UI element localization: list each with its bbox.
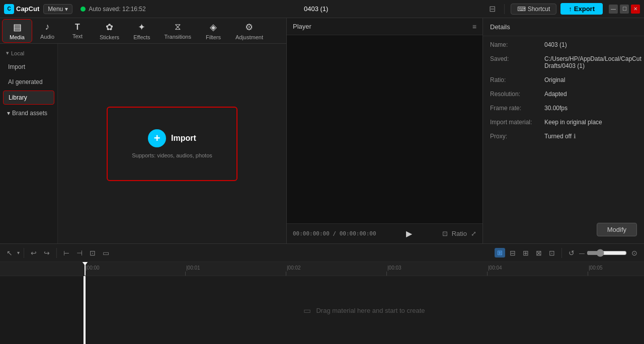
menu-label: Menu (48, 6, 63, 13)
tab-transitions[interactable]: ⧖ Transitions (157, 20, 198, 42)
details-title: Details (490, 23, 510, 31)
toolbar-right: ⊞ ⊟ ⊞ ⊠ ⊡ ↺ — ⊙ (495, 247, 640, 259)
media-sidebar: ▾ Local Import AI generated Library ▾ Br… (0, 44, 58, 243)
stickers-tab-icon: ✿ (106, 22, 113, 33)
undo-button[interactable]: ↩ (28, 247, 39, 259)
timeline-zoom-out[interactable]: ↺ (566, 247, 577, 259)
split-end-button[interactable]: ⊡ (87, 247, 98, 259)
timeline-content: ▭ Drag material here and start to create (85, 276, 644, 344)
drag-hint-icon: ▭ (303, 305, 311, 315)
saved-dot-icon (80, 7, 86, 12)
delete-button[interactable]: ▭ (100, 247, 112, 259)
menu-button[interactable]: Menu ▾ (43, 4, 72, 14)
tick-line-3 (386, 272, 387, 276)
timeline-settings[interactable]: ⊙ (629, 247, 640, 259)
tab-audio[interactable]: ♪ Audio (32, 20, 62, 42)
brand-chevron-icon: ▾ (7, 110, 10, 117)
auto-saved-text: Auto saved: 12:16:52 (89, 6, 145, 13)
tab-filters[interactable]: ◈ Filters (198, 20, 228, 42)
project-name: 0403 (1) (150, 5, 482, 13)
details-header: Details (483, 18, 644, 36)
tick-line-1 (185, 272, 186, 276)
drag-hint-text: Drag material here and start to create (316, 306, 425, 314)
select-dropdown-icon[interactable]: ▾ (17, 250, 20, 255)
tab-text[interactable]: T Text (62, 21, 93, 41)
timeline-tool-4[interactable]: ⊡ (546, 247, 557, 259)
tick-line-2 (286, 272, 286, 276)
player-title: Player (293, 23, 311, 30)
snap-button[interactable]: ⊞ (495, 248, 505, 257)
timeline-section: ↖ ▾ ↩ ↪ ⊢ ⊣ ⊡ ▭ ⊞ ⊟ ⊞ ⊠ ⊡ ↺ — ⊙ (0, 243, 644, 344)
redo-button[interactable]: ↪ (41, 247, 52, 259)
name-label: Name: (490, 41, 540, 48)
restore-button[interactable]: ☐ (620, 5, 629, 14)
ruler-label-5: |00:05 (589, 265, 603, 271)
minimize-button[interactable]: — (609, 5, 618, 14)
proxy-value: Turned off ℹ (544, 133, 637, 140)
window-controls: — ☐ ✕ (609, 5, 640, 14)
ruler-tick-4: |00:04 (487, 272, 488, 276)
media-panel: ▾ Local Import AI generated Library ▾ Br… (0, 44, 286, 243)
detail-resolution-row: Resolution: Adapted (490, 91, 637, 98)
saved-label: Saved: (490, 55, 540, 62)
timeline-tool-1[interactable]: ⊟ (507, 247, 518, 259)
audio-tab-icon: ♪ (45, 22, 50, 32)
tick-line-5 (588, 272, 588, 276)
proxy-value-text: Turned off (544, 133, 572, 140)
stickers-tab-label: Stickers (100, 34, 119, 40)
brand-assets-label: Brand assets (12, 110, 47, 117)
local-section-label: ▾ Local (3, 48, 54, 58)
toolbar-separator-3 (561, 248, 562, 258)
menu-arrow-icon: ▾ (65, 6, 68, 13)
player-panel: Player ≡ 00:00:00:00 / 00:00:00:00 ▶ ⊡ R… (287, 18, 483, 243)
player-menu-icon[interactable]: ≡ (472, 23, 476, 31)
export-label: Export (574, 5, 595, 13)
import-sidebar-button[interactable]: Import (3, 60, 54, 73)
monitor-button[interactable]: ⊟ (487, 3, 498, 15)
select-tool-button[interactable]: ↖ (4, 247, 15, 259)
text-tab-label: Text (72, 33, 83, 39)
proxy-label: Proxy: (490, 133, 540, 140)
import-box[interactable]: + Import Supports: videos, audios, photo… (107, 107, 237, 181)
timeline-ruler: |00:00 |00:01 |00:02 |00:03 |00:04 (0, 262, 644, 276)
shortcut-button[interactable]: ⌨ Shortcut (511, 4, 557, 15)
audio-tab-label: Audio (40, 34, 54, 40)
export-button[interactable]: ↑ Export (560, 3, 603, 15)
local-chevron-icon: ▾ (6, 50, 9, 56)
tab-bar: ▤ Media ♪ Audio T Text ✿ Stickers ✦ Effe… (0, 18, 286, 44)
split-start-button[interactable]: ⊢ (61, 247, 72, 259)
import-plus-icon: + (148, 129, 166, 147)
close-button[interactable]: ✕ (631, 5, 640, 14)
tab-media[interactable]: ▤ Media (2, 19, 32, 43)
details-panel: Details Name: 0403 (1) Saved: C:/Users/H… (483, 18, 644, 243)
detail-import-material-row: Import material: Keep in original place (490, 119, 637, 126)
info-icon[interactable]: ℹ (574, 133, 576, 140)
tab-stickers[interactable]: ✿ Stickers (93, 20, 126, 42)
camera-snapshot-button[interactable]: ⊡ (442, 230, 448, 237)
ruler-label-1: |00:01 (186, 265, 200, 271)
zoom-slider[interactable] (587, 249, 627, 257)
top-right-controls: ⊟ ⌨ Shortcut ↑ Export — ☐ ✕ (487, 3, 640, 15)
content-playhead (85, 276, 86, 344)
timeline-tool-3[interactable]: ⊠ (533, 247, 544, 259)
media-tab-label: Media (10, 34, 25, 40)
tab-adjustment[interactable]: ⚙ Adjustment (228, 20, 270, 42)
play-button[interactable]: ▶ (406, 229, 412, 238)
split-button[interactable]: ⊣ (74, 247, 85, 259)
brand-assets-button[interactable]: ▾ Brand assets (3, 107, 54, 120)
text-tab-icon: T (75, 23, 80, 32)
import-label: Import (171, 134, 196, 143)
modify-button[interactable]: Modify (597, 223, 637, 236)
ruler-label-3: |00:03 (387, 265, 401, 271)
timeline-toolbar: ↖ ▾ ↩ ↪ ⊢ ⊣ ⊡ ▭ ⊞ ⊟ ⊞ ⊠ ⊡ ↺ — ⊙ (0, 244, 644, 262)
tab-effects[interactable]: ✦ Effects (126, 20, 157, 42)
ratio-button[interactable]: Ratio (452, 230, 467, 237)
toolbar-separator-1 (24, 248, 24, 258)
timeline-tool-2[interactable]: ⊞ (520, 247, 531, 259)
player-header: Player ≡ (287, 18, 482, 35)
library-button[interactable]: Library (3, 91, 54, 105)
ai-generated-button[interactable]: AI generated (3, 75, 54, 89)
ruler-label-0: |00:00 (86, 265, 100, 271)
saved-value: C:/Users/HP/AppData/Local/CapCut Drafts/… (544, 55, 641, 69)
fullscreen-button[interactable]: ⤢ (471, 230, 476, 237)
